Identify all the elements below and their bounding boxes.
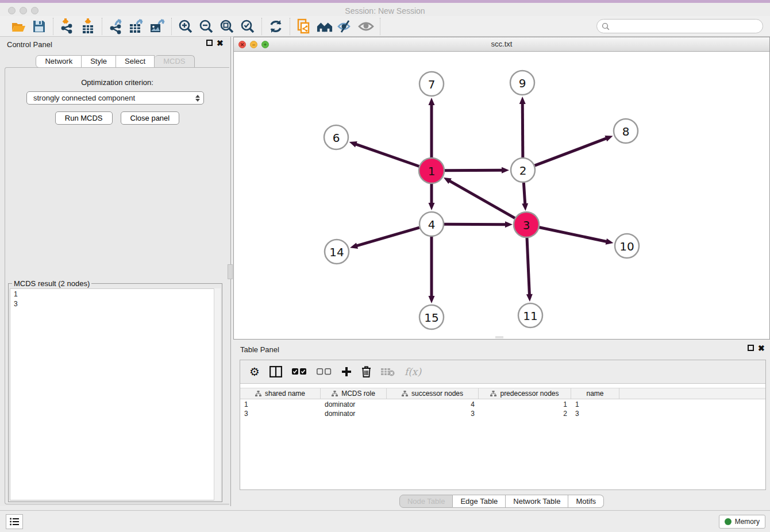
tab-style[interactable]: Style xyxy=(82,55,116,68)
edge-arrowhead xyxy=(349,141,357,147)
network-graph[interactable]: 1234678910111415 xyxy=(234,52,769,339)
list-icon xyxy=(10,518,19,526)
tab-network-table[interactable]: Network Table xyxy=(506,495,568,508)
column-label: name xyxy=(586,390,603,398)
panel-splitter-handle[interactable] xyxy=(228,264,233,279)
function-builder-icon[interactable]: f(x) xyxy=(405,366,421,377)
cell-successor-nodes[interactable]: 3 xyxy=(387,409,479,418)
tab-network[interactable]: Network xyxy=(36,55,82,68)
table-panel: Table Panel ✖ ⚙ f(x) xyxy=(233,342,770,510)
network-resize-grip[interactable] xyxy=(495,336,503,338)
tab-mcds[interactable]: MCDS xyxy=(155,55,194,68)
search-input[interactable] xyxy=(610,22,758,30)
criterion-select[interactable]: strongly connected component xyxy=(26,91,204,105)
cell-mcds-role[interactable]: dominator xyxy=(321,409,387,418)
edge-arrowhead xyxy=(522,203,528,211)
export-table-icon[interactable] xyxy=(129,18,145,34)
show-all-icon[interactable] xyxy=(358,18,374,34)
import-network-icon[interactable] xyxy=(59,18,75,34)
window-title: Session: New Session xyxy=(0,6,770,16)
edge-1-2[interactable] xyxy=(444,170,503,171)
zoom-selected-icon[interactable] xyxy=(240,18,256,34)
apply-layout-icon[interactable] xyxy=(268,18,284,34)
first-neighbors-icon[interactable] xyxy=(317,18,333,34)
graph-node-label: 11 xyxy=(523,309,537,323)
cell-shared-name[interactable]: 1 xyxy=(240,400,321,409)
unselect-all-columns-icon[interactable] xyxy=(317,368,332,375)
zoom-in-icon[interactable] xyxy=(178,18,194,34)
edge-3-10[interactable] xyxy=(539,228,607,242)
float-table-panel-icon[interactable] xyxy=(748,345,754,351)
tab-edge-table[interactable]: Edge Table xyxy=(453,495,506,508)
cell-predecessor-nodes[interactable]: 2 xyxy=(479,409,571,418)
edge-arrowhead xyxy=(502,167,509,174)
table-row[interactable]: 1 dominator 4 1 1 xyxy=(240,400,765,409)
zoom-out-icon[interactable] xyxy=(198,18,214,34)
delete-column-trash-icon[interactable] xyxy=(361,366,371,377)
column-header-shared-name[interactable]: shared name xyxy=(240,388,321,399)
export-image-icon[interactable] xyxy=(149,18,165,34)
graph-node-label: 10 xyxy=(619,240,634,253)
network-canvas[interactable]: 1234678910111415 xyxy=(234,52,769,339)
edge-2-9[interactable] xyxy=(522,103,523,157)
graph-node-label: 14 xyxy=(329,245,344,259)
tab-select[interactable]: Select xyxy=(116,55,155,68)
table-settings-gear-icon[interactable]: ⚙ xyxy=(249,365,260,379)
network-window-titlebar[interactable]: ✕ − + scc.txt xyxy=(234,37,769,52)
export-network-icon[interactable] xyxy=(108,18,124,34)
split-panel-icon[interactable] xyxy=(270,366,282,377)
hide-selected-icon[interactable] xyxy=(337,18,353,34)
graph-node-label: 3 xyxy=(523,218,530,232)
table-row[interactable]: 3 dominator 3 2 3 xyxy=(240,409,765,418)
column-header-name[interactable]: name xyxy=(571,388,619,399)
search-box xyxy=(596,19,763,33)
cell-name[interactable]: 3 xyxy=(571,409,619,418)
delete-table-icon[interactable] xyxy=(381,367,395,376)
cell-successor-nodes[interactable]: 4 xyxy=(387,400,479,409)
edge-arrowhead xyxy=(429,98,435,105)
zoom-fit-icon[interactable] xyxy=(219,18,235,34)
tab-node-table[interactable]: Node Table xyxy=(399,495,453,508)
import-table-icon[interactable] xyxy=(80,18,96,34)
open-session-icon[interactable] xyxy=(10,18,26,34)
edge-1-6[interactable] xyxy=(355,144,419,167)
table-header-row: shared name MCDS role successor nodes pr… xyxy=(240,388,765,399)
cell-shared-name[interactable]: 3 xyxy=(240,409,321,418)
save-session-icon[interactable] xyxy=(31,18,47,34)
run-mcds-button[interactable]: Run MCDS xyxy=(55,111,113,125)
cell-predecessor-nodes[interactable]: 1 xyxy=(479,400,571,409)
close-panel-icon[interactable]: ✖ xyxy=(217,38,224,48)
float-panel-icon[interactable] xyxy=(206,40,213,46)
edge-arrowhead xyxy=(505,221,513,228)
edge-3-1[interactable] xyxy=(449,180,515,218)
column-header-predecessor-nodes[interactable]: predecessor nodes xyxy=(479,388,571,399)
edge-arrowhead xyxy=(350,242,358,249)
close-table-panel-icon[interactable]: ✖ xyxy=(758,344,765,353)
graph-node-label: 8 xyxy=(622,125,630,138)
edge-4-3[interactable] xyxy=(444,224,506,225)
close-panel-button[interactable]: Close panel xyxy=(121,111,180,125)
edge-3-11[interactable] xyxy=(527,237,529,295)
cell-mcds-role[interactable]: dominator xyxy=(321,400,387,409)
edge-2-3[interactable] xyxy=(523,183,525,205)
edge-2-8[interactable] xyxy=(535,138,607,165)
search-icon xyxy=(602,22,610,30)
tab-motifs[interactable]: Motifs xyxy=(568,495,604,508)
column-header-successor-nodes[interactable]: successor nodes xyxy=(387,388,479,399)
memory-button[interactable]: Memory xyxy=(719,515,765,529)
select-all-columns-icon[interactable] xyxy=(292,368,307,375)
control-panel: Control Panel ✖ Network Style Select MCD… xyxy=(0,37,231,506)
column-label: predecessor nodes xyxy=(500,390,559,398)
graph-node-label: 9 xyxy=(519,76,526,90)
edge-arrowhead xyxy=(519,97,526,104)
edge-4-14[interactable] xyxy=(356,228,419,246)
edge-arrowhead xyxy=(429,203,435,210)
mcds-result-text[interactable]: 1 3 xyxy=(10,288,221,500)
column-header-mcds-role[interactable]: MCDS role xyxy=(321,388,387,399)
graph-node-label: 6 xyxy=(333,131,340,145)
cell-name[interactable]: 1 xyxy=(571,400,619,409)
clone-network-icon[interactable] xyxy=(296,18,312,34)
create-column-plus-icon[interactable] xyxy=(341,367,352,377)
task-history-button[interactable] xyxy=(6,514,23,529)
result-scrollbar[interactable] xyxy=(214,288,221,500)
